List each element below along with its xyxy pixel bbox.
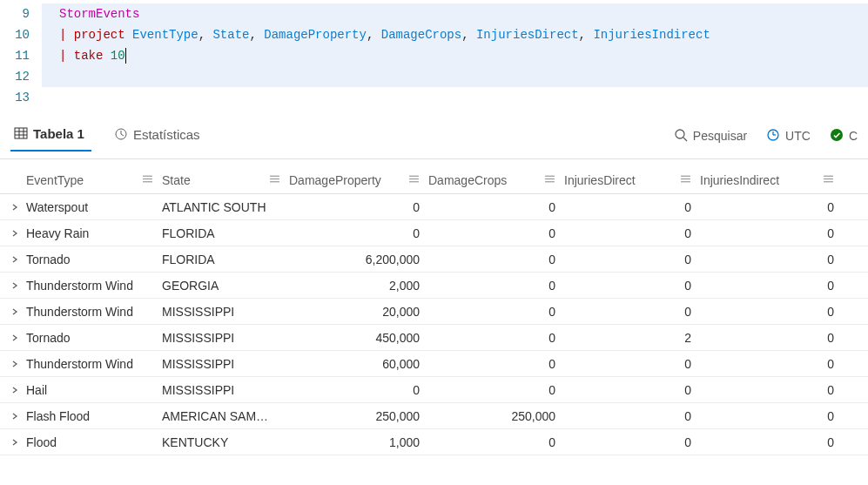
status-indicator[interactable]: C [830, 128, 858, 145]
cell-eventtype: Thunderstorm Wind [26, 279, 162, 293]
cell-injuriesindirect: 0 [700, 305, 843, 319]
code-text[interactable]: StormEvents [42, 3, 868, 24]
table-icon [14, 126, 28, 140]
token-ident: DamageCrops [381, 28, 461, 42]
utc-label: UTC [785, 129, 811, 143]
cell-damagecrops: 0 [428, 200, 564, 214]
line-number: 13 [0, 87, 42, 108]
cell-eventtype: Tornado [26, 253, 162, 266]
cell-damagecrops: 0 [428, 305, 564, 319]
col-header-injuriesindirect[interactable]: InjuriesIndirect [700, 173, 843, 187]
cell-injuriesdirect: 2 [564, 331, 700, 345]
table-row[interactable]: FloodKENTUCKY1,000000 [0, 429, 868, 455]
column-menu-icon[interactable] [408, 173, 420, 187]
cell-eventtype: Flood [26, 435, 162, 449]
cell-state: AMERICAN SAM… [162, 409, 289, 423]
col-label: DamageCrops [428, 173, 507, 187]
cell-injuriesindirect: 0 [700, 383, 843, 397]
cell-state: FLORIDA [162, 253, 289, 266]
cell-damagecrops: 0 [428, 357, 564, 371]
svg-point-8 [676, 130, 684, 138]
expand-row-button[interactable] [3, 203, 26, 212]
cell-damageproperty: 250,000 [289, 409, 428, 423]
cell-state: MISSISSIPPI [162, 383, 289, 397]
table-row[interactable]: WaterspoutATLANTIC SOUTH0000 [0, 194, 868, 220]
cell-injuriesdirect: 0 [564, 383, 700, 397]
grid-body: WaterspoutATLANTIC SOUTH0000Heavy RainFL… [0, 194, 868, 455]
table-row[interactable]: TornadoFLORIDA6,200,000000 [0, 246, 868, 273]
cell-injuriesindirect: 0 [700, 200, 843, 214]
table-row[interactable]: Flash FloodAMERICAN SAM…250,000250,00000 [0, 403, 868, 429]
code-line[interactable]: 9 StormEvents [0, 3, 868, 24]
tab-label: Estatísticas [133, 127, 200, 142]
tab-table1[interactable]: Tabela 1 [10, 126, 91, 152]
cell-state: ATLANTIC SOUTH [162, 200, 289, 214]
table-row[interactable]: Heavy RainFLORIDA0000 [0, 220, 868, 246]
column-menu-icon[interactable] [823, 173, 834, 187]
expand-row-button[interactable] [3, 281, 26, 290]
expand-row-button[interactable] [3, 229, 26, 238]
col-header-eventtype[interactable]: EventType [26, 173, 162, 187]
cell-state: MISSISSIPPI [162, 331, 289, 345]
code-line[interactable]: 13 [0, 87, 868, 108]
table-row[interactable]: Thunderstorm WindMISSISSIPPI20,000000 [0, 299, 868, 325]
expand-row-button[interactable] [3, 360, 26, 368]
query-editor[interactable]: 9 StormEvents 10 | project EventType, St… [0, 0, 868, 108]
cell-injuriesindirect: 0 [700, 279, 843, 293]
token-ident: DamageProperty [264, 28, 367, 42]
search-button[interactable]: Pesquisar [674, 128, 747, 145]
utc-toggle[interactable]: UTC [766, 128, 811, 145]
col-header-damageproperty[interactable]: DamageProperty [289, 173, 428, 187]
line-number: 10 [0, 24, 42, 45]
expand-row-button[interactable] [3, 307, 26, 316]
text-cursor [125, 48, 126, 64]
cell-eventtype: Waterspout [26, 200, 162, 214]
expand-row-button[interactable] [3, 438, 26, 447]
code-line[interactable]: 11 | take 10 [0, 45, 868, 66]
token-ident: InjuriesDirect [476, 28, 579, 42]
col-header-injuriesdirect[interactable]: InjuriesDirect [564, 173, 700, 187]
code-line[interactable]: 10 | project EventType, State, DamagePro… [0, 24, 868, 45]
token-ident: State [212, 28, 249, 42]
code-text[interactable]: | take 10 [42, 45, 868, 66]
cell-injuriesdirect: 0 [564, 226, 700, 240]
expand-row-button[interactable] [3, 412, 26, 421]
column-menu-icon[interactable] [269, 173, 280, 187]
code-text[interactable] [42, 87, 868, 108]
code-text[interactable] [42, 66, 868, 87]
search-icon [674, 128, 688, 145]
grid-header-row: EventType State DamageProperty DamageCro… [0, 166, 868, 194]
cell-damageproperty: 60,000 [289, 357, 428, 371]
expand-row-button[interactable] [3, 333, 26, 342]
table-row[interactable]: Thunderstorm WindGEORGIA2,000000 [0, 273, 868, 299]
cell-injuriesdirect: 0 [564, 435, 700, 449]
cell-injuriesdirect: 0 [564, 409, 700, 423]
column-menu-icon[interactable] [680, 173, 691, 187]
cell-eventtype: Hail [26, 383, 162, 397]
token-comma: , [249, 28, 256, 42]
cell-damagecrops: 0 [428, 226, 564, 240]
token-keyword: project [74, 28, 125, 42]
column-menu-icon[interactable] [142, 173, 153, 187]
cell-eventtype: Tornado [26, 331, 162, 345]
table-row[interactable]: HailMISSISSIPPI0000 [0, 377, 868, 403]
expand-row-button[interactable] [3, 255, 26, 264]
stats-icon [114, 127, 128, 141]
expand-row-button[interactable] [3, 386, 26, 394]
code-text[interactable]: | project EventType, State, DamageProper… [42, 24, 868, 45]
column-menu-icon[interactable] [544, 173, 555, 187]
code-line[interactable]: 12 [0, 66, 868, 87]
cell-damageproperty: 2,000 [289, 279, 428, 293]
token-pipe: | [59, 28, 66, 42]
col-label: State [162, 173, 191, 187]
table-row[interactable]: TornadoMISSISSIPPI450,000020 [0, 325, 868, 351]
cell-damagecrops: 250,000 [428, 409, 564, 423]
col-label: InjuriesDirect [564, 173, 636, 187]
check-circle-icon [830, 128, 844, 145]
tab-statistics[interactable]: Estatísticas [111, 127, 207, 151]
cell-damageproperty: 0 [289, 383, 428, 397]
col-header-state[interactable]: State [162, 173, 289, 187]
col-header-damagecrops[interactable]: DamageCrops [428, 173, 564, 187]
results-toolbar: Tabela 1 Estatísticas Pesquisar UTC C [0, 120, 868, 157]
table-row[interactable]: Thunderstorm WindMISSISSIPPI60,000000 [0, 351, 868, 377]
